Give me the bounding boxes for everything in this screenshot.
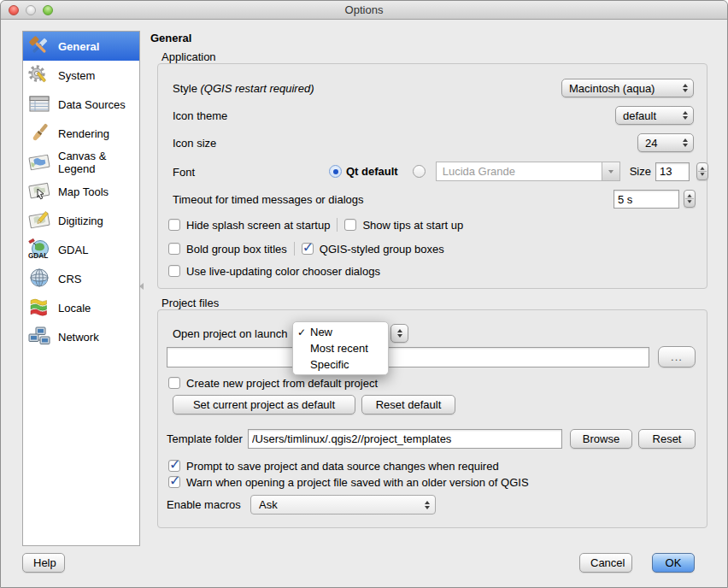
- sidebar-item-label: Data Sources: [58, 98, 139, 111]
- template-reset-button[interactable]: Reset: [638, 429, 696, 449]
- reset-default-button[interactable]: Reset default: [361, 395, 455, 415]
- updown-arrows-icon: [425, 501, 430, 509]
- show-tips-checkbox-row: Show tips at start up: [344, 219, 463, 232]
- sidebar-item-general[interactable]: General: [23, 32, 139, 61]
- timeout-stepper[interactable]: [684, 190, 696, 208]
- sidebar-item-system[interactable]: System: [23, 61, 139, 90]
- globe-grid-icon: [26, 266, 53, 291]
- timeout-input[interactable]: [614, 190, 679, 209]
- help-button[interactable]: Help: [22, 553, 65, 573]
- enable-macros-combo[interactable]: Ask: [250, 495, 436, 514]
- divider: [294, 242, 295, 256]
- sidebar-item-label: System: [58, 69, 139, 82]
- page-title: General: [150, 32, 191, 44]
- menu-item-label: Specific: [310, 358, 349, 371]
- style-label: Style (QGIS restart required): [173, 82, 314, 95]
- application-group-label: Application: [161, 50, 216, 63]
- qgis-styled-label: QGIS-styled group boxes: [320, 243, 444, 256]
- font-size-label: Size: [630, 165, 651, 178]
- sidebar-item-label: Network: [58, 331, 139, 344]
- custom-font-radio[interactable]: [413, 165, 426, 178]
- open-project-combo[interactable]: [390, 324, 408, 343]
- splitter-collapse-icon[interactable]: [139, 283, 144, 290]
- sidebar-item-label: Canvas & Legend: [58, 150, 139, 175]
- traffic-lights: [9, 5, 53, 15]
- specific-project-path-input[interactable]: [167, 347, 649, 368]
- enable-macros-value: Ask: [259, 498, 420, 511]
- map-pencil-icon: [26, 208, 53, 233]
- create-new-label: Create new project from default project: [186, 377, 378, 390]
- sidebar-item-label: Map Tools: [58, 185, 139, 198]
- sidebar-item-label: Digitizing: [58, 215, 139, 227]
- map-cursor-icon: [26, 179, 53, 204]
- icon-size-combo[interactable]: 24: [637, 133, 694, 152]
- bold-titles-checkbox[interactable]: [168, 243, 180, 255]
- gdal-globe-icon: GDAL: [26, 237, 53, 262]
- sidebar-item-data-sources[interactable]: Data Sources: [23, 90, 139, 119]
- sidebar-item-locale[interactable]: Locale: [23, 293, 139, 322]
- qt-default-radio[interactable]: [329, 165, 342, 178]
- live-color-checkbox[interactable]: [168, 265, 180, 277]
- sidebar-item-gdal[interactable]: GDAL GDAL: [23, 235, 139, 264]
- timeout-label: Timeout for timed messages or dialogs: [173, 193, 364, 206]
- template-folder-input[interactable]: [248, 429, 562, 449]
- bold-titles-label: Bold group box titles: [186, 243, 287, 256]
- qt-default-label: Qt default: [346, 165, 398, 178]
- menu-item-specific[interactable]: Specific: [293, 356, 388, 373]
- updown-arrows-icon: [397, 329, 402, 338]
- icon-theme-combo[interactable]: default: [615, 106, 694, 125]
- open-project-row: Open project on launch: [173, 324, 287, 343]
- table-icon: [26, 91, 53, 117]
- qgis-styled-checkbox[interactable]: [302, 243, 314, 255]
- browse-project-button[interactable]: ...: [658, 346, 696, 368]
- font-size-input[interactable]: [655, 162, 690, 181]
- font-family-combo[interactable]: Lucida Grande: [436, 162, 620, 181]
- updown-arrows-icon: [683, 84, 688, 92]
- prompt-save-label: Prompt to save project and data source c…: [186, 460, 499, 473]
- cancel-button[interactable]: Cancel: [579, 553, 632, 573]
- minimize-button[interactable]: [26, 5, 36, 15]
- sidebar-item-map-tools[interactable]: Map Tools: [23, 177, 139, 206]
- warn-old-checkbox[interactable]: [168, 476, 180, 488]
- template-folder-row: Template folder: [167, 429, 243, 449]
- sidebar-item-digitizing[interactable]: Digitizing: [23, 206, 139, 235]
- close-button[interactable]: [9, 5, 19, 15]
- application-groupbox: Style (QGIS restart required) Macintosh …: [157, 63, 707, 289]
- show-tips-checkbox[interactable]: [344, 219, 356, 231]
- menu-item-most-recent[interactable]: Most recent: [293, 340, 388, 356]
- font-size-stepper[interactable]: [696, 162, 708, 180]
- warn-old-row: Warn when opening a project file saved w…: [168, 475, 529, 489]
- create-new-checkbox-row: Create new project from default project: [168, 377, 378, 390]
- menu-item-label: Most recent: [310, 342, 368, 355]
- sidebar-item-label: General: [58, 40, 139, 53]
- zoom-button[interactable]: [43, 5, 53, 15]
- chevron-down-icon: [602, 162, 619, 180]
- icon-size-row: Icon size: [173, 133, 216, 152]
- sidebar-item-label: GDAL: [58, 244, 139, 256]
- sidebar-item-crs[interactable]: CRS: [23, 264, 139, 293]
- sidebar-item-label: Rendering: [58, 127, 139, 140]
- hide-splash-checkbox[interactable]: [168, 219, 180, 231]
- sidebar-item-rendering[interactable]: Rendering: [23, 119, 139, 148]
- create-new-checkbox[interactable]: [168, 377, 180, 389]
- font-label: Font: [173, 166, 195, 179]
- divider: [337, 218, 338, 232]
- hide-splash-checkbox-row: Hide splash screen at startup: [168, 219, 330, 232]
- prompt-save-checkbox[interactable]: [168, 460, 180, 472]
- style-row: Style (QGIS restart required): [173, 79, 314, 97]
- warn-old-label: Warn when opening a project file saved w…: [186, 476, 529, 489]
- project-files-group-label: Project files: [161, 297, 219, 309]
- ok-button[interactable]: OK: [652, 553, 695, 573]
- menu-item-new[interactable]: ✓ New: [293, 324, 388, 340]
- icon-theme-row: Icon theme: [173, 106, 227, 125]
- template-browse-button[interactable]: Browse: [570, 429, 632, 449]
- icon-theme-label: Icon theme: [173, 109, 227, 122]
- prompt-save-row: Prompt to save project and data source c…: [168, 459, 499, 473]
- sidebar-item-canvas-legend[interactable]: Canvas & Legend: [23, 148, 139, 177]
- titlebar[interactable]: Options: [1, 1, 727, 20]
- style-combo[interactable]: Macintosh (aqua): [561, 79, 694, 97]
- gear-icon: [26, 62, 53, 88]
- set-default-button[interactable]: Set current project as default: [173, 395, 355, 415]
- sidebar-item-network[interactable]: Network: [23, 322, 139, 351]
- sidebar: General System D: [22, 31, 140, 546]
